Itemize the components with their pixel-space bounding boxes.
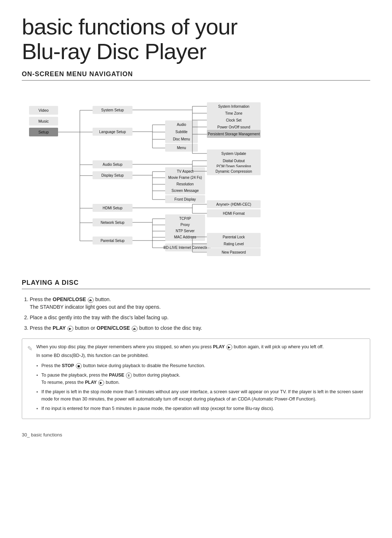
step1-bold: OPEN/CLOSE xyxy=(53,296,86,302)
note-play-bold: PLAY xyxy=(213,344,225,349)
svg-text:System Setup: System Setup xyxy=(101,108,124,112)
svg-text:Time Zone: Time Zone xyxy=(225,111,242,115)
section-menu-navigation: ON-SCREEN MENU NAVIGATION .box { fill: #… xyxy=(22,70,370,266)
svg-text:Clock Set: Clock Set xyxy=(226,118,242,122)
note-sub1: In some BD discs(BD-J), this function ca… xyxy=(36,352,365,359)
step3-bold2: OPEN/CLOSE xyxy=(97,325,130,331)
resume-play-bold: PLAY xyxy=(85,380,97,385)
svg-text:NTP Server: NTP Server xyxy=(176,229,195,233)
step3-bold1: PLAY xyxy=(53,325,66,331)
svg-text:Screen Message: Screen Message xyxy=(171,189,199,193)
svg-text:System Update: System Update xyxy=(221,152,246,156)
note-box: ✎ When you stop disc play, the player re… xyxy=(22,338,370,419)
pause-bold: PAUSE xyxy=(109,373,124,378)
svg-text:Audio Setup: Audio Setup xyxy=(103,163,123,167)
svg-text:TCP/IP: TCP/IP xyxy=(179,217,191,221)
open-close-icon-1: ⏏ xyxy=(88,297,94,303)
svg-text:Music: Music xyxy=(38,119,49,123)
svg-text:Resolution: Resolution xyxy=(176,182,193,186)
page-footer: 30_ basic functions xyxy=(22,432,370,438)
bullet-1: Press the STOP ◼ button twice during pla… xyxy=(36,362,365,369)
stop-bold: STOP xyxy=(62,363,74,368)
svg-text:Front Display: Front Display xyxy=(175,197,196,201)
pause-icon: ⏸ xyxy=(126,373,132,378)
svg-text:TV Aspect: TV Aspect xyxy=(177,169,193,173)
svg-text:Menu: Menu xyxy=(177,146,186,150)
svg-text:Disc Menu: Disc Menu xyxy=(173,137,190,141)
note-bullets: Press the STOP ◼ button twice during pla… xyxy=(36,362,365,412)
bullet-3: If the player is left in the stop mode m… xyxy=(36,388,365,403)
svg-text:Audio: Audio xyxy=(177,123,186,127)
section2-heading: PLAYING A DISC xyxy=(22,279,370,289)
svg-text:Parental Setup: Parental Setup xyxy=(101,239,125,243)
note-intro-text: When you stop disc play, the player reme… xyxy=(36,343,365,350)
step1-subtext: The STANDBY indicator light goes out and… xyxy=(30,304,161,310)
play-icon-1: ▶ xyxy=(68,326,73,332)
stop-icon: ◼ xyxy=(76,363,82,369)
step-3: Press the PLAY ▶ button or OPEN/CLOSE ⏏ … xyxy=(30,324,370,332)
svg-text:Video: Video xyxy=(38,108,49,112)
svg-text:Anynet+ (HDMI-CEC): Anynet+ (HDMI-CEC) xyxy=(216,202,251,206)
section1-heading: ON-SCREEN MENU NAVIGATION xyxy=(22,70,370,81)
svg-text:Display Setup: Display Setup xyxy=(101,173,124,177)
bullet-2: To pause the playback, press the PAUSE ⏸… xyxy=(36,371,365,386)
play-icon-3: ▶ xyxy=(98,380,104,386)
svg-text:BD-LIVE Internet Connection: BD-LIVE Internet Connection xyxy=(164,246,211,250)
play-icon-2: ▶ xyxy=(226,344,232,350)
page-title: basic functions of your Blu-ray Disc Pla… xyxy=(22,15,370,64)
bullet-4: If no input is entered for more than 5 m… xyxy=(36,405,365,412)
step-1: Press the OPEN/CLOSE ⏏ button. The STAND… xyxy=(30,296,370,311)
svg-text:HDMI Format: HDMI Format xyxy=(223,211,245,215)
svg-text:Setup: Setup xyxy=(38,130,49,134)
note-content: When you stop disc play, the player reme… xyxy=(36,343,365,414)
svg-text:Movie Frame (24 Fs): Movie Frame (24 Fs) xyxy=(168,176,202,180)
svg-text:Language Setup: Language Setup xyxy=(99,130,126,134)
section-playing-disc: PLAYING A DISC Press the OPEN/CLOSE ⏏ bu… xyxy=(22,279,370,419)
note-icon: ✎ xyxy=(27,344,33,414)
svg-text:Subtitle: Subtitle xyxy=(175,130,188,134)
step-2: Place a disc gently into the tray with t… xyxy=(30,314,370,321)
svg-text:New Password: New Password xyxy=(222,250,246,254)
svg-text:System Information: System Information xyxy=(218,104,249,108)
svg-text:Persistent Storage Management: Persistent Storage Management xyxy=(208,132,260,136)
open-close-icon-2: ⏏ xyxy=(132,326,138,332)
svg-text:HDMI Setup: HDMI Setup xyxy=(103,206,123,210)
svg-text:Dynamic Compression: Dynamic Compression xyxy=(216,169,252,173)
svg-text:Network Setup: Network Setup xyxy=(101,221,124,225)
svg-text:Power On/Off sound: Power On/Off sound xyxy=(217,125,250,129)
steps-list: Press the OPEN/CLOSE ⏏ button. The STAND… xyxy=(30,296,370,332)
menu-diagram: .box { fill: #e8e8e8; stroke: none; rx: … xyxy=(22,87,370,266)
svg-text:Proxy: Proxy xyxy=(180,223,190,227)
svg-text:Rating Level: Rating Level xyxy=(224,242,244,246)
svg-text:Parental Lock: Parental Lock xyxy=(222,235,245,239)
